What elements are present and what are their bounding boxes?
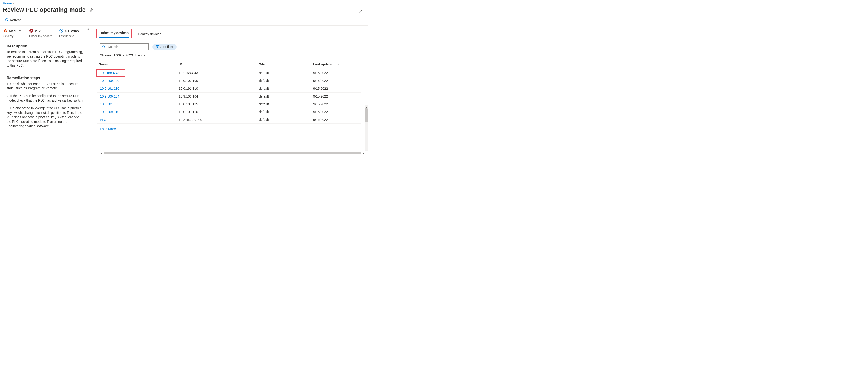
remediation-heading: Remediation steps	[7, 76, 84, 80]
tab-unhealthy-highlight: Unhealthy devices	[96, 29, 132, 38]
showing-text: Showing 1000 of 2623 devices	[91, 50, 368, 57]
clock-icon	[59, 29, 63, 33]
stats-bar: Medium Severity 2623 Unhealthy devices	[0, 26, 91, 40]
cell-site: default	[257, 116, 311, 124]
refresh-button[interactable]: Refresh	[3, 17, 23, 23]
search-input[interactable]	[107, 45, 147, 49]
cell-last-update: 9/15/2022	[311, 92, 361, 100]
side-panel: Medium Severity 2623 Unhealthy devices	[0, 26, 91, 151]
device-link[interactable]: 10.0.100.100	[100, 79, 119, 83]
scroll-left-icon[interactable]: ◂	[100, 151, 103, 155]
col-ip[interactable]: IP	[177, 60, 257, 69]
table-row[interactable]: PLC10.216.292.143default9/15/2022	[97, 116, 361, 124]
last-update-label: Last update	[59, 34, 80, 38]
description-section: Description To reduce the threat of mali…	[0, 40, 91, 72]
add-filter-button[interactable]: Add filter	[152, 44, 177, 50]
refresh-label: Refresh	[10, 18, 22, 22]
breadcrumb: Home ›	[0, 0, 368, 5]
table-row[interactable]: 10.9.100.10410.9.100.104default9/15/2022	[97, 92, 361, 100]
chevron-right-icon: ›	[12, 2, 14, 5]
svg-rect-0	[5, 30, 6, 31]
table-row[interactable]: 192.168.4.43192.168.4.43default9/15/2022	[97, 69, 361, 77]
add-filter-label: Add filter	[160, 45, 173, 49]
load-more-link[interactable]: Load More...	[100, 127, 119, 131]
scroll-up-icon[interactable]: ▴	[365, 105, 368, 108]
search-icon	[102, 45, 105, 49]
remediation-step-2: 2. If the PLC can be configured to the s…	[7, 94, 84, 103]
cell-site: default	[257, 100, 311, 108]
svg-rect-1	[5, 31, 6, 32]
col-last-update[interactable]: Last update time ↓	[311, 60, 361, 69]
cell-site: default	[257, 69, 311, 77]
cell-name: 10.0.191.110	[97, 85, 177, 92]
cell-name: 10.0.109.110	[97, 108, 177, 116]
tab-healthy[interactable]: Healthy devices	[137, 30, 162, 38]
cell-name: 192.168.4.43	[97, 69, 177, 77]
content-panel: Unhealthy devices Healthy devices Add fi…	[91, 26, 368, 151]
more-icon[interactable]: ⋯	[97, 7, 102, 13]
search-box[interactable]	[100, 44, 149, 50]
cell-name: PLC	[97, 116, 177, 124]
cell-site: default	[257, 108, 311, 116]
page-title: Review PLC operating mode	[3, 6, 86, 13]
device-link[interactable]: PLC	[100, 118, 106, 121]
col-last-update-label: Last update time	[313, 62, 339, 66]
stats-expand-icon[interactable]: »	[88, 27, 89, 30]
cell-last-update: 9/15/2022	[311, 108, 361, 116]
cell-ip: 10.0.109.110	[177, 108, 257, 116]
last-update-value: 9/15/2022	[65, 29, 80, 33]
stat-unhealthy: 2623 Unhealthy devices	[26, 26, 56, 40]
cell-last-update: 9/15/2022	[311, 77, 361, 85]
command-bar: Refresh	[0, 15, 368, 26]
svg-point-4	[102, 45, 105, 47]
device-link[interactable]: 192.168.4.43	[100, 71, 119, 75]
table-row[interactable]: 10.0.109.11010.0.109.110default9/15/2022	[97, 108, 361, 116]
remediation-section: Remediation steps 1. Check whether each …	[0, 72, 91, 133]
refresh-icon	[5, 18, 8, 22]
col-site[interactable]: Site	[257, 60, 311, 69]
device-link[interactable]: 10.0.191.110	[100, 87, 119, 90]
tab-unhealthy[interactable]: Unhealthy devices	[99, 29, 129, 38]
cell-ip: 10.0.101.195	[177, 100, 257, 108]
stat-severity: Medium Severity	[0, 26, 26, 40]
close-button[interactable]	[358, 9, 363, 15]
breadcrumb-home[interactable]: Home	[3, 1, 11, 5]
unhealthy-value: 2623	[35, 29, 42, 33]
severity-value: Medium	[9, 29, 22, 33]
description-heading: Description	[7, 44, 84, 48]
stat-last-update: 9/15/2022 Last update	[56, 26, 83, 40]
cell-site: default	[257, 85, 311, 92]
devices-table: Name IP Site Last update time ↓ 192.168.…	[97, 60, 361, 124]
device-link[interactable]: 10.0.109.110	[100, 110, 119, 114]
cell-ip: 10.9.100.104	[177, 92, 257, 100]
device-link[interactable]: 10.9.100.104	[100, 94, 119, 98]
scroll-thumb[interactable]	[365, 108, 368, 122]
cell-site: default	[257, 92, 311, 100]
table-row[interactable]: 10.0.191.11010.0.191.110default9/15/2022	[97, 85, 361, 92]
unhealthy-label: Unhealthy devices	[29, 34, 52, 38]
table-row[interactable]: 10.0.100.10010.0.100.100default9/15/2022	[97, 77, 361, 85]
cell-site: default	[257, 77, 311, 85]
sort-down-icon: ↓	[341, 63, 343, 66]
device-link[interactable]: 10.0.101.195	[100, 102, 119, 106]
table-row[interactable]: 10.0.101.19510.0.101.195default9/15/2022	[97, 100, 361, 108]
scroll-right-icon[interactable]: ▸	[362, 151, 365, 155]
filter-icon	[156, 45, 159, 49]
error-icon	[29, 29, 33, 33]
vertical-scrollbar[interactable]: ▴ ▾	[365, 108, 368, 151]
remediation-step-1: 1. Check whether each PLC must be in uns…	[7, 82, 84, 91]
severity-label: Severity	[3, 34, 22, 38]
col-name[interactable]: Name	[97, 60, 177, 69]
cell-ip: 10.216.292.143	[177, 116, 257, 124]
tabs: Unhealthy devices Healthy devices	[91, 29, 368, 38]
cell-name: 10.0.101.195	[97, 100, 177, 108]
cell-last-update: 9/15/2022	[311, 85, 361, 92]
pin-icon[interactable]	[88, 7, 94, 13]
cell-name: 10.0.100.100	[97, 77, 177, 85]
description-body: To reduce the threat of malicious PLC pr…	[7, 50, 84, 68]
cell-last-update: 9/15/2022	[311, 69, 361, 77]
scroll-track[interactable]	[104, 152, 361, 154]
horizontal-scrollbar[interactable]: ◂ ▸	[100, 151, 365, 155]
remediation-step-3: 3. Do one of the following: If the PLC h…	[7, 106, 84, 128]
warning-icon	[3, 29, 7, 33]
